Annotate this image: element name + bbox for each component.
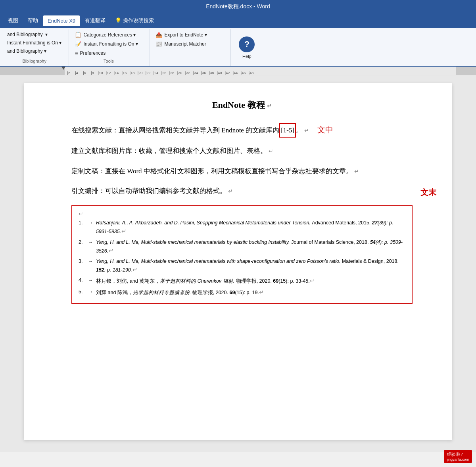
menu-help[interactable]: 帮助 (23, 15, 43, 27)
citation-box: [1-5] (279, 123, 296, 138)
ribbon-btn-bibliography-dropdown[interactable]: and Bibliography ▾ (5, 48, 64, 55)
watermark-subtext: jingyanla.com (447, 457, 469, 461)
ref-text-4: 林月钗，刘仿, and 黄翊东，基于超构材料的 Cherenkov 辐射. 物理… (96, 276, 405, 285)
reference-item-3: 3. → Yang, H. and L. Ma, Multi-stable me… (79, 257, 405, 274)
ribbon-btn-categorize[interactable]: 📋 Categorize References ▾ (72, 31, 140, 39)
ref-arrow-4: → (88, 276, 96, 284)
categorize-label: Categorize References ▾ (83, 32, 136, 38)
paragraph-4: 引文编排：可以自动帮助我们编辑参考文献的格式。 ↵ 文末 (71, 185, 413, 197)
menu-endnote[interactable]: EndNote X9 (43, 15, 80, 26)
ref-arrow-5: → (88, 288, 96, 296)
document-page: EndNote 教程 ↵ 在线搜索文献：直接从网络搜索相关文献并导入到 Endn… (24, 83, 452, 440)
help-circle-icon: ? (239, 36, 255, 52)
ref-arrow-3: → (88, 257, 96, 265)
paragraph-3: 定制文稿：直接在 Word 中格式化引文和图形，利用文稿模板直接书写合乎杂志社要… (71, 165, 413, 178)
menu-search[interactable]: 💡 操作说明搜索 (110, 15, 159, 27)
para-mark-4: ↵ (228, 188, 233, 194)
ribbon-group-citations: and Bibliography ▾ Instant Formatting is… (3, 29, 69, 66)
paragraph-1: 在线搜索文献：直接从网络搜索相关文献并导入到 Endnote 的文献库内[1-5… (71, 122, 413, 138)
para-mark-1: ↵ (304, 128, 309, 134)
ref-arrow-2: → (88, 238, 96, 246)
ref-num-1: 1. (79, 219, 88, 227)
manuscript-label: Manuscript Matcher (164, 41, 206, 47)
ref-arrow-1: → (88, 219, 96, 227)
wen-zhong-label: 文中 (317, 125, 333, 134)
ribbon-group-label-bibliography: Bibliography (5, 57, 64, 64)
ribbon: and Bibliography ▾ Instant Formatting is… (0, 28, 476, 67)
ribbon-btn-instant-format[interactable]: 📝 Instant Formatting is On ▾ (72, 40, 140, 48)
ref-num-2: 2. (79, 238, 88, 246)
title-text-bold: EndNote 教程 (212, 100, 265, 110)
paragraph-2: 建立文献库和图片库：收藏，管理和搜索个人文献和图片、表格。 ↵ (71, 145, 413, 157)
ref-text-1: Rafsanjani, A., A. Akbarzadeh, and D. Pa… (96, 219, 405, 235)
dropdown-arrow: ▾ (45, 32, 48, 37)
ref-num-3: 3. (79, 257, 88, 265)
ribbon-btn-export[interactable]: 📤 Export to EndNote ▾ (153, 31, 209, 39)
ribbon-group-label-export (153, 62, 226, 64)
para-mark-2: ↵ (269, 148, 273, 154)
reference-item-1: 1. → Rafsanjani, A., A. Akbarzadeh, and … (79, 219, 405, 235)
watermark-text: 经验啦✓ (447, 452, 469, 457)
title-text: EndNote教程.docx - Word (206, 3, 270, 10)
ribbon-btn-preferences[interactable]: ≡ Preferences (72, 49, 140, 57)
wen-mo-label: 文末 (420, 185, 436, 200)
instant-format-icon: 📝 (75, 41, 81, 47)
document-area: EndNote 教程 ↵ 在线搜索文献：直接从网络搜索相关文献并导入到 Endn… (0, 75, 476, 452)
citations-dropdown-label: and Bibliography (7, 32, 42, 37)
help-label: Help (242, 54, 251, 59)
ribbon-btn-instant-formatting[interactable]: Instant Formatting is On ▾ (5, 39, 64, 46)
watermark: 经验啦✓ jingyanla.com (444, 450, 472, 463)
ref-para-mark-before: ↵ (79, 210, 405, 217)
bulb-icon: 💡 (115, 17, 121, 23)
ribbon-group-label-tools: Tools (72, 57, 145, 64)
menu-view[interactable]: 视图 (3, 15, 23, 27)
ref-text-5: 刘辉 and 陈鸿，光学超构材料专题编者按. 物理学报, 2020. 69(15… (96, 288, 405, 297)
reference-item-4: 4. → 林月钗，刘仿, and 黄翊东，基于超构材料的 Cherenkov 辐… (79, 276, 405, 285)
reference-item-5: 5. → 刘辉 and 陈鸿，光学超构材料专题编者按. 物理学报, 2020. … (79, 288, 405, 297)
ribbon-group-content-tools: 📋 Categorize References ▾ 📝 Instant Form… (72, 31, 140, 57)
references-box: ↵ 1. → Rafsanjani, A., A. Akbarzadeh, an… (71, 205, 413, 304)
ref-num-4: 4. (79, 276, 88, 284)
document-title: EndNote 教程 ↵ (71, 99, 413, 111)
preferences-icon: ≡ (75, 50, 78, 56)
menu-bar: 视图 帮助 EndNote X9 有道翻译 💡 操作说明搜索 (0, 13, 476, 28)
instant-format-label: Instant Formatting is On ▾ (83, 41, 138, 47)
ribbon-btn-manuscript[interactable]: 📰 Manuscript Matcher (153, 40, 209, 48)
manuscript-icon: 📰 (155, 41, 162, 47)
ribbon-group-export: 📤 Export to EndNote ▾ 📰 Manuscript Match… (152, 29, 231, 66)
title-para-mark: ↵ (267, 103, 272, 109)
preferences-label: Preferences (80, 50, 106, 56)
ribbon-group-tools: 📋 Categorize References ▾ 📝 Instant Form… (71, 29, 150, 66)
export-label: Export to EndNote ▾ (164, 32, 207, 38)
bibliography-dropdown-label: and Bibliography ▾ (7, 48, 46, 54)
para-mark-3: ↵ (354, 168, 359, 174)
ruler-left-margin (0, 67, 65, 75)
ribbon-btn-citations-dropdown[interactable]: and Bibliography ▾ (5, 31, 64, 38)
export-icon: 📤 (155, 32, 162, 38)
instant-formatting-label: Instant Formatting is On ▾ (7, 40, 61, 46)
ref-text-2: Yang, H. and L. Ma, Multi-stable mechani… (96, 238, 405, 255)
ref-text-3: Yang, H. and L. Ma, Multi-stable mechani… (96, 257, 405, 274)
ruler-ticks: |2 |4 |6 |8 |10 |12 |14 |16 |18 |20 |22 … (65, 67, 255, 75)
title-bar: EndNote教程.docx - Word (0, 0, 476, 13)
ribbon-group-content-export: 📤 Export to EndNote ▾ 📰 Manuscript Match… (153, 31, 209, 62)
categorize-icon: 📋 (75, 32, 81, 38)
ribbon-group-content-citations: and Bibliography ▾ Instant Formatting is… (5, 31, 64, 57)
ruler: |2 |4 |6 |8 |10 |12 |14 |16 |18 |20 |22 … (0, 67, 476, 75)
reference-item-2: 2. → Yang, H. and L. Ma, Multi-stable me… (79, 238, 405, 255)
ruler-indent-marker (61, 67, 65, 70)
ref-num-5: 5. (79, 288, 88, 296)
menu-translate[interactable]: 有道翻译 (80, 15, 110, 27)
ruler-right-margin (456, 67, 476, 75)
ribbon-help-button[interactable]: ? Help (232, 29, 261, 66)
